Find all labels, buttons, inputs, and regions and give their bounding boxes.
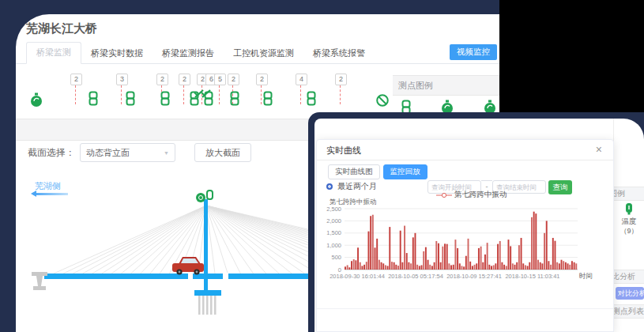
sensor-count-badge: 2 [70, 74, 82, 85]
sensor-count-badge: 5 [214, 74, 226, 85]
background-black-block [499, 0, 644, 115]
section-select-label: 截面选择： [28, 146, 75, 160]
sensor-leader-line [219, 85, 220, 104]
legend-marker-icon [436, 192, 452, 198]
svg-text:2,500: 2,500 [326, 206, 341, 213]
sensor-count-badge: 4 [296, 74, 307, 85]
sidebar-legend-title: 测点图例 [614, 187, 625, 200]
foundation-cap [194, 290, 221, 296]
section-controls: 截面选择： 动态背立面 ▼ 放大截面 [28, 143, 251, 162]
bridge-pylon [204, 199, 208, 296]
no-entry-icon[interactable] [375, 93, 386, 109]
realtime-curve-dialog: 实时曲线 × 实时曲线图监控回放 最近两个月 - 查询 第七跨跨中振动 [316, 139, 614, 332]
x-tick-label: 2018-10-15 11:03:41 [505, 273, 559, 280]
popup-page: 测点图例 温度 （9） 对比分析 对比分析 振动测点列表 [314, 119, 644, 332]
link-icon[interactable] [306, 91, 317, 107]
close-icon[interactable]: × [591, 142, 607, 157]
dialog-tabs: 实时曲线图监控回放 [328, 164, 427, 179]
vibration-chart: 2,5002,0001,5001,0005000 [317, 206, 589, 282]
sidebar-list-title: 振动测点列表 [614, 305, 644, 318]
svg-text:1,500: 1,500 [326, 229, 341, 236]
deck-joint-left [188, 273, 193, 280]
section-select[interactable]: 动态背立面 ▼ [80, 143, 175, 162]
sidebar-compare-header: 对比分析 [614, 270, 644, 284]
zoom-section-button[interactable]: 放大截面 [194, 143, 251, 162]
sidebar-legend-header: 测点图例 [614, 187, 644, 201]
sidebar-compare-title: 对比分析 [614, 270, 635, 283]
recent-range-label: 最近两个月 [337, 181, 377, 192]
legend-label: 第七跨跨中振动 [454, 190, 507, 200]
sensor-count-badge: 3 [116, 74, 128, 85]
popup-window-frame: 测点图例 温度 （9） 对比分析 对比分析 振动测点列表 [308, 112, 644, 332]
svg-text:1,000: 1,000 [326, 242, 341, 249]
chart-legend[interactable]: 第七跨跨中振动 [436, 190, 507, 200]
screen: 芜湖长江大桥 桥梁监测桥梁实时数据桥梁监测报告工控机资源监测桥梁系统报警 视频监… [0, 0, 644, 332]
sensor-count-badge: 2 [156, 74, 168, 85]
bridge-pier [32, 272, 47, 290]
pylon-sensor-icon [196, 191, 213, 202]
svg-text:2,000: 2,000 [326, 217, 341, 224]
temperature-count: （9） [614, 226, 644, 236]
recent-range-radio[interactable] [326, 183, 333, 190]
foundation-piles [198, 296, 217, 315]
link-icon[interactable] [125, 91, 136, 107]
link-icon[interactable] [88, 91, 99, 107]
sensor-count-badge: 2 [228, 74, 239, 85]
sidebar-list-header: 振动测点列表 [614, 304, 644, 319]
compare-analysis-button[interactable]: 对比分析 [616, 287, 644, 300]
deck-joint-right [223, 273, 228, 280]
link-icon[interactable] [262, 91, 273, 107]
sensor-leader-line [300, 85, 301, 104]
chevron-down-icon: ▼ [164, 150, 169, 156]
link-icon[interactable] [203, 91, 214, 107]
legend-panel: 测点图例 [393, 75, 499, 116]
legend-panel-title: 测点图例 [393, 75, 499, 96]
sensor-count-badge: 2 [335, 74, 347, 85]
svg-text:500: 500 [331, 254, 341, 261]
dialog-footer-divider [317, 308, 613, 309]
dialog-title: 实时曲线 [326, 145, 361, 157]
x-tick-label: 2018-10-05 05:17:54 [388, 273, 443, 280]
x-tick-label: 2018-10-09 15:27:41 [446, 273, 502, 280]
sensor-leader-line [183, 85, 184, 104]
link-icon[interactable] [229, 91, 240, 107]
sensor-count-badge: 2 [256, 74, 268, 85]
sensor-leader-line [340, 85, 341, 104]
bridge-side-label: 芜湖侧 [35, 180, 61, 192]
left-arrow-icon [33, 193, 68, 195]
x-tick-label: 2018-09-30 16:01:44 [330, 273, 385, 280]
sensor-leader-line [261, 85, 262, 104]
right-sidebar: 测点图例 温度 （9） 对比分析 对比分析 振动测点列表 [613, 119, 644, 332]
dialog-tab-监控回放[interactable]: 监控回放 [383, 164, 427, 179]
search-button[interactable]: 查询 [548, 180, 572, 194]
link-icon[interactable] [160, 91, 171, 107]
gauge-icon[interactable] [29, 92, 40, 108]
section-select-value: 动态背立面 [86, 147, 130, 159]
dialog-header: 实时曲线 × [317, 140, 613, 160]
x-axis-name: 时间 [579, 272, 593, 281]
dialog-tab-实时曲线图[interactable]: 实时曲线图 [328, 164, 380, 179]
sensor-leader-line [75, 85, 76, 104]
sensor-count-badge: 2 [179, 74, 190, 85]
temperature-icon[interactable] [623, 202, 635, 215]
sensor-leader-line [121, 85, 122, 104]
